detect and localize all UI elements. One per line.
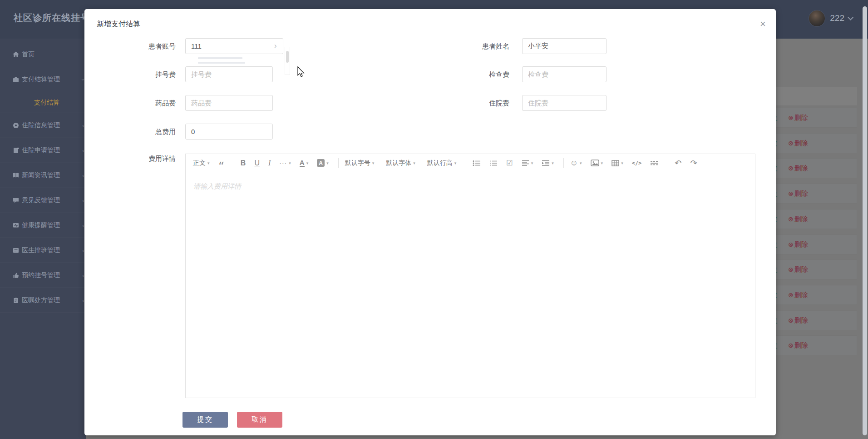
total-fee-label: 总费用 xyxy=(121,124,176,140)
briefcase-icon xyxy=(12,76,20,83)
examination-fee-input[interactable] xyxy=(522,66,607,82)
sidebar-item-doctor-schedule[interactable]: 医生排班管理› xyxy=(0,238,86,263)
toolbar-divider xyxy=(338,158,339,168)
document-icon xyxy=(12,147,20,154)
line-height-dropdown[interactable]: 默认行高▾ xyxy=(427,159,457,167)
sidebar-item-health-reminder[interactable]: 健康提醒管理› xyxy=(0,213,86,238)
health-icon xyxy=(12,222,20,229)
chevron-right-icon: › xyxy=(82,297,84,304)
indent-dropdown[interactable]: ▾ xyxy=(542,160,554,166)
patient-name-label: 患者姓名 xyxy=(455,38,509,54)
quote-icon[interactable]: “ xyxy=(218,164,224,169)
justify-dropdown[interactable]: ▾ xyxy=(522,160,533,166)
sidebar-item-appointment[interactable]: 预约挂号管理› xyxy=(0,263,86,288)
add-payment-dialog: 新增支付结算 × 患者账号 › 患者姓名 挂号费 检查费 药品费 住院费 总费用… xyxy=(84,9,776,435)
sidebar-item-home[interactable]: 首页 xyxy=(0,42,86,67)
medicine-fee-label: 药品费 xyxy=(121,95,176,111)
sidebar-item-label: 支付结算 xyxy=(34,99,59,107)
total-fee-input[interactable] xyxy=(185,124,273,140)
patient-account-input[interactable] xyxy=(185,38,283,54)
patient-account-label: 患者账号 xyxy=(121,38,176,54)
image-dropdown[interactable]: ▾ xyxy=(591,160,603,166)
underline-icon[interactable]: U xyxy=(254,159,260,167)
sidebar-item-news[interactable]: 新闻资讯管理› xyxy=(0,163,86,188)
toolbar-divider xyxy=(563,158,564,168)
sidebar-item-payment-settlement[interactable]: 支付结算 xyxy=(0,92,86,113)
record-icon xyxy=(12,122,20,129)
sidebar-item-prescription[interactable]: 医嘱处方管理› xyxy=(0,288,86,313)
italic-icon[interactable]: I xyxy=(268,159,271,167)
paragraph-style-dropdown[interactable]: 正文▾ xyxy=(193,159,210,167)
news-icon xyxy=(12,172,20,179)
medicine-fee-input[interactable] xyxy=(185,95,273,111)
scrollbar-track[interactable] xyxy=(862,0,868,439)
dialog-title: 新增支付结算 xyxy=(97,20,140,29)
chevron-right-icon: › xyxy=(82,197,84,204)
sidebar-item-payment-mgmt[interactable]: 支付结算管理› xyxy=(0,67,86,92)
redo-icon[interactable]: ↷ xyxy=(690,158,697,168)
editor-placeholder: 请输入费用详情 xyxy=(193,182,241,191)
sidebar-item-label: 首页 xyxy=(22,50,35,59)
patient-name-input[interactable] xyxy=(522,38,607,54)
table-dropdown[interactable]: ▾ xyxy=(612,160,623,166)
font-family-dropdown[interactable]: 默认字体▾ xyxy=(386,159,415,167)
sidebar-item-label: 住院信息管理 xyxy=(22,121,60,130)
sidebar-item-label: 医嘱处方管理 xyxy=(22,296,60,304)
chevron-right-icon: › xyxy=(82,222,84,229)
close-icon[interactable]: × xyxy=(760,19,766,29)
chevron-down-icon xyxy=(848,15,853,20)
emoji-dropdown[interactable]: ☺▾ xyxy=(570,159,582,168)
app-root: 社区诊所在线挂号系统 222 首页支付结算管理›支付结算住院信息管理›住院申请管… xyxy=(0,0,868,439)
sidebar-item-label: 意见反馈管理 xyxy=(22,196,60,205)
code-icon[interactable]: </> xyxy=(632,160,642,166)
rich-text-editor: 正文▾ “ B U I ···▾ A▾ A▾ 默认字号▾ 默认字体▾ 默认行高▾… xyxy=(185,154,755,398)
sidebar-item-label: 住院申请管理 xyxy=(22,146,60,155)
undo-icon[interactable]: ↶ xyxy=(675,158,681,168)
avatar[interactable] xyxy=(809,10,825,27)
todo-list-icon[interactable]: ☑ xyxy=(506,159,513,167)
bg-color-dropdown[interactable]: A▾ xyxy=(317,159,329,167)
sidebar: 首页支付结算管理›支付结算住院信息管理›住院申请管理›新闻资讯管理›意见反馈管理… xyxy=(0,39,86,439)
cancel-button[interactable]: 取消 xyxy=(237,412,282,428)
font-size-dropdown[interactable]: 默认字号▾ xyxy=(345,159,375,167)
hospitalization-fee-label: 住院费 xyxy=(455,95,509,111)
examination-fee-label: 检查费 xyxy=(455,66,509,82)
chevron-right-icon: › xyxy=(82,272,84,279)
sidebar-item-label: 新闻资讯管理 xyxy=(22,171,60,180)
hospitalization-fee-input[interactable] xyxy=(522,95,607,111)
home-icon xyxy=(12,51,20,58)
bold-icon[interactable]: B xyxy=(241,159,246,167)
split-line-icon[interactable] xyxy=(650,160,658,166)
bullet-list-icon[interactable] xyxy=(473,160,481,166)
toolbar-divider xyxy=(234,158,234,168)
feedback-icon xyxy=(12,197,20,204)
sidebar-item-label: 健康提醒管理 xyxy=(22,221,60,229)
chevron-right-icon: › xyxy=(82,247,84,254)
submit-button[interactable]: 提交 xyxy=(182,412,228,428)
sidebar-item-hospitalization-info[interactable]: 住院信息管理› xyxy=(0,113,86,138)
font-color-dropdown[interactable]: A▾ xyxy=(300,159,308,167)
registration-fee-input[interactable] xyxy=(185,66,273,82)
toolbar-divider xyxy=(466,158,466,168)
caret-down-icon: ▾ xyxy=(207,161,210,165)
more-styles-dropdown[interactable]: ···▾ xyxy=(279,160,291,167)
ordered-list-icon[interactable] xyxy=(489,160,498,166)
chevron-right-icon[interactable]: › xyxy=(274,41,277,50)
toolbar-divider xyxy=(668,158,668,168)
scrollbar-thumb[interactable] xyxy=(863,6,867,435)
username: 222 xyxy=(830,13,844,23)
editor-toolbar: 正文▾ “ B U I ···▾ A▾ A▾ 默认字号▾ 默认字体▾ 默认行高▾… xyxy=(186,154,755,172)
sidebar-item-feedback[interactable]: 意见反馈管理› xyxy=(0,188,86,213)
sidebar-item-label: 支付结算管理 xyxy=(22,75,60,84)
sidebar-item-label: 预约挂号管理 xyxy=(22,271,60,279)
chevron-right-icon: › xyxy=(82,172,84,179)
chevron-right-icon: › xyxy=(82,147,84,154)
sidebar-item-hospitalization-apply[interactable]: 住院申请管理› xyxy=(0,138,86,163)
editor-content-area[interactable]: 请输入费用详情 xyxy=(186,172,755,398)
user-menu[interactable]: 222 xyxy=(809,9,852,27)
registration-fee-label: 挂号费 xyxy=(121,66,176,82)
fee-details-label: 费用详情 xyxy=(121,150,176,166)
sidebar-item-label: 医生排班管理 xyxy=(22,246,60,254)
chevron-right-icon: › xyxy=(82,122,84,129)
dropdown-ghost-scrollbar xyxy=(285,47,290,75)
